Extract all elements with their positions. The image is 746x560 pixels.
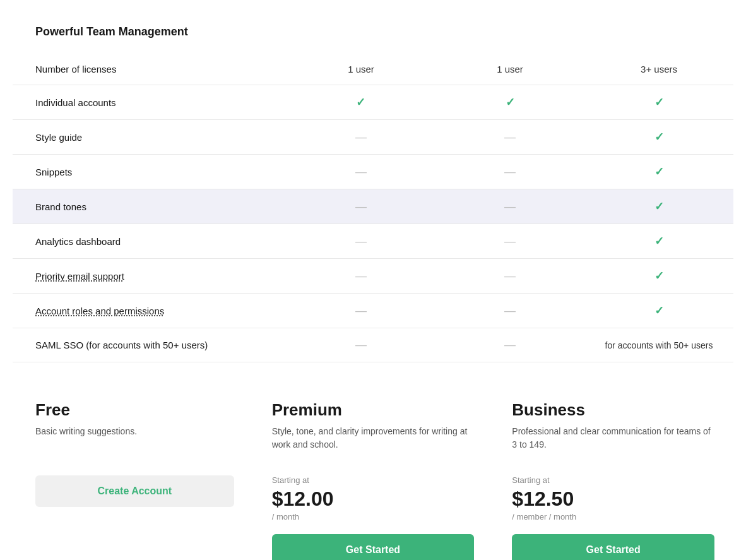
business-cell: ✓: [584, 85, 733, 120]
feature-name: SAML SSO (for accounts with 50+ users): [35, 340, 208, 350]
check-icon: ✓: [654, 304, 664, 317]
business-cell: ✓: [584, 259, 733, 294]
free-cell: —: [287, 328, 435, 362]
premium-cell: —: [435, 224, 584, 259]
dash-icon: —: [355, 131, 367, 143]
check-icon: ✓: [654, 131, 664, 143]
table-row: Individual accounts✓✓✓: [13, 85, 733, 120]
table-row: Priority email support——✓: [13, 259, 733, 294]
feature-name: Priority email support: [35, 271, 124, 282]
free-cell: —: [287, 189, 435, 224]
business-starting-at: Starting at: [512, 475, 714, 485]
free-plan-name: Free: [35, 400, 234, 420]
license-count: 1 user: [497, 64, 523, 74]
premium-get-started-button[interactable]: Get Started: [272, 534, 475, 560]
dash-icon: —: [355, 165, 367, 178]
check-icon: ✓: [654, 235, 664, 247]
dash-icon: —: [504, 131, 516, 143]
dash-icon: —: [504, 338, 516, 351]
free-plan-description: Basic writing suggestions.: [35, 425, 234, 463]
feature-name: Individual accounts: [35, 97, 116, 108]
feature-name: Style guide: [35, 132, 82, 143]
premium-price: $12.00: [272, 487, 475, 511]
business-cell: ✓: [584, 189, 733, 224]
premium-plan-col: Premium Style, tone, and clarity improve…: [253, 388, 494, 560]
feature-name: Snippets: [35, 167, 72, 177]
features-table: Number of licenses1 user1 user3+ usersIn…: [13, 54, 733, 362]
business-cell: 3+ users: [584, 54, 733, 85]
premium-cell: ✓: [435, 85, 584, 120]
check-icon: ✓: [356, 96, 365, 109]
dash-icon: —: [355, 270, 367, 282]
free-cell: —: [287, 259, 435, 294]
table-row: Style guide——✓: [13, 120, 733, 155]
check-icon: ✓: [654, 270, 664, 282]
check-icon: ✓: [654, 165, 664, 178]
section-title-container: Powerful Team Management: [13, 25, 733, 39]
premium-cell: —: [435, 120, 584, 155]
free-cell: —: [287, 155, 435, 189]
premium-plan-name: Premium: [272, 400, 475, 420]
business-get-started-button[interactable]: Get Started: [512, 534, 714, 560]
check-icon: ✓: [506, 96, 515, 109]
premium-cell: 1 user: [435, 54, 584, 85]
dash-icon: —: [355, 338, 367, 351]
dash-icon: —: [504, 165, 516, 178]
check-icon: ✓: [654, 200, 664, 213]
feature-name: Brand tones: [35, 201, 86, 212]
premium-period: / month: [272, 512, 475, 521]
business-period: / member / month: [512, 512, 714, 521]
table-row: Number of licenses1 user1 user3+ users: [13, 54, 733, 85]
table-row: Brand tones——✓: [13, 189, 733, 224]
premium-cell: —: [435, 155, 584, 189]
feature-name: Account roles and permissions: [35, 306, 164, 316]
free-cell: —: [287, 120, 435, 155]
feature-name: Number of licenses: [35, 64, 116, 74]
premium-cell: —: [435, 328, 584, 362]
business-cell: for accounts with 50+ users: [584, 328, 733, 362]
table-row: Account roles and permissions——✓: [13, 294, 733, 328]
dash-icon: —: [504, 200, 516, 213]
free-create-account-button[interactable]: Create Account: [35, 475, 234, 507]
business-plan-description: Professional and clear communication for…: [512, 425, 714, 463]
dash-icon: —: [355, 235, 367, 247]
business-cell: ✓: [584, 294, 733, 328]
table-row: Snippets——✓: [13, 155, 733, 189]
business-cell: ✓: [584, 120, 733, 155]
dash-icon: —: [355, 200, 367, 213]
free-plan-col: Free Basic writing suggestions. Create A…: [13, 388, 253, 560]
premium-cell: —: [435, 294, 584, 328]
premium-starting-at: Starting at: [272, 475, 475, 485]
free-cell: 1 user: [287, 54, 435, 85]
business-plan-col: Business Professional and clear communic…: [493, 388, 733, 560]
section-title: Powerful Team Management: [13, 25, 733, 39]
dash-icon: —: [355, 304, 367, 317]
free-cell: —: [287, 224, 435, 259]
free-cell: ✓: [287, 85, 435, 120]
business-price: $12.50: [512, 487, 714, 511]
feature-name: Analytics dashboard: [35, 236, 121, 247]
premium-plan-description: Style, tone, and clarity improvements fo…: [272, 425, 475, 463]
saml-business-text: for accounts with 50+ users: [605, 340, 713, 350]
business-cell: ✓: [584, 224, 733, 259]
license-count: 3+ users: [641, 64, 677, 74]
check-icon: ✓: [654, 96, 664, 109]
dash-icon: —: [504, 270, 516, 282]
pricing-section: Free Basic writing suggestions. Create A…: [13, 388, 733, 560]
license-count: 1 user: [348, 64, 374, 74]
premium-cell: —: [435, 189, 584, 224]
business-cell: ✓: [584, 155, 733, 189]
business-plan-name: Business: [512, 400, 714, 420]
dash-icon: —: [504, 235, 516, 247]
free-cell: —: [287, 294, 435, 328]
premium-cell: —: [435, 259, 584, 294]
table-row: SAML SSO (for accounts with 50+ users)——…: [13, 328, 733, 362]
dash-icon: —: [504, 304, 516, 317]
table-row: Analytics dashboard——✓: [13, 224, 733, 259]
